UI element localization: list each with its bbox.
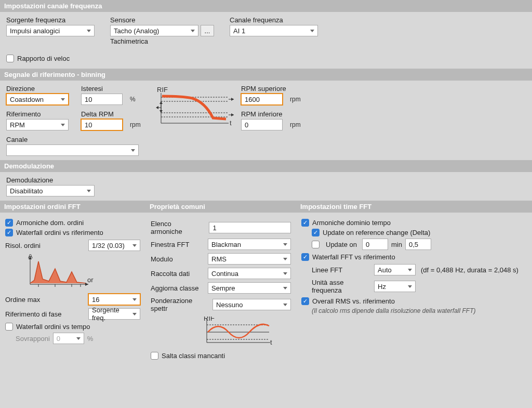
isteresi-unit: % xyxy=(130,96,136,103)
modulo-select[interactable]: RMS xyxy=(208,253,291,265)
order-spectrum-diagram: A ord xyxy=(21,254,140,291)
linee-fft-select[interactable]: Auto xyxy=(374,264,416,275)
timefft-section-header: Impostazioni time FFT xyxy=(296,201,532,213)
canale-frequenza-select[interactable]: AI 1 xyxy=(230,25,318,36)
waterfall-ordini-tempo-label: Waterfall ordini vs tempo xyxy=(16,323,90,331)
ref-section-header: Segnale di riferimento - binning xyxy=(0,69,532,81)
demod-label: Demodulazione xyxy=(6,176,526,184)
aggiorna-classe-select[interactable]: Sempre xyxy=(208,282,291,294)
demod-section-body: Demodulazione Disabilitato xyxy=(0,172,532,201)
sovrapponi-label: Sovrapponi xyxy=(16,335,50,343)
riferimento-select[interactable]: RPM xyxy=(6,119,69,130)
delta-rpm-label: Delta RPM xyxy=(81,110,149,118)
sorgente-frequenza-select[interactable]: Impulsi analogici xyxy=(6,25,95,36)
armoniche-ordini-checkbox[interactable] xyxy=(5,219,13,227)
sensore-label: Sensore xyxy=(110,16,214,24)
linee-fft-label: Linee FFT xyxy=(312,266,369,274)
salta-classi-checkbox[interactable] xyxy=(151,352,158,360)
sovrapponi-unit: % xyxy=(87,335,94,343)
ordfft-pane: Armoniche dom. ordini Waterfall ordini v… xyxy=(0,213,145,366)
svg-marker-11 xyxy=(231,113,234,116)
svg-marker-9 xyxy=(231,98,234,101)
rpm-superiore-label: RPM superiore xyxy=(241,85,324,93)
canale-frequenza-label: Canale frequenza xyxy=(230,16,318,24)
update-ref-checkbox[interactable] xyxy=(312,229,320,236)
sensore-browse-button[interactable]: ... xyxy=(201,25,214,36)
waterfall-ordini-rif-checkbox[interactable] xyxy=(5,229,13,236)
canale-select[interactable] xyxy=(6,144,139,156)
raccolta-dati-select[interactable]: Continua xyxy=(208,268,291,279)
elenco-armoniche-label: Elenco armoniche xyxy=(151,220,204,235)
riferimento-label: Riferimento xyxy=(6,110,74,118)
svg-marker-15 xyxy=(159,101,163,104)
rpm-inferiore-unit: rpm xyxy=(290,121,301,128)
sorgente-frequenza-label: Sorgente frequenza xyxy=(6,16,95,24)
coastdown-diagram: RIF t xyxy=(156,87,234,128)
overall-rms-checkbox[interactable] xyxy=(301,297,309,305)
common-section-header: Proprietà comuni xyxy=(145,201,296,213)
linee-fft-note: (df = 0,488 Hz, durata = 2,048 s) xyxy=(421,266,518,274)
delta-rpm-unit: rpm xyxy=(130,121,141,128)
isteresi-input[interactable]: 10 xyxy=(81,94,123,105)
delta-rpm-input[interactable]: 10 xyxy=(81,119,123,130)
overall-rms-note: (Il calcolo rms dipende dalla risoluzion… xyxy=(312,307,527,314)
rif-fase-select[interactable]: Sorgente freq. xyxy=(88,308,140,320)
ordine-max-select[interactable]: 16 xyxy=(88,294,140,305)
waterfall-fft-rif-label: Waterfall FFT vs riferimento xyxy=(312,253,395,261)
unita-asse-select[interactable]: Hz xyxy=(374,281,416,292)
waterfall-fft-rif-checkbox[interactable] xyxy=(301,253,309,261)
armoniche-ordini-label: Armoniche dom. ordini xyxy=(16,219,84,227)
svg-text:t: t xyxy=(270,338,272,346)
direzione-select[interactable]: Coastdown xyxy=(6,94,69,105)
finestra-fft-select[interactable]: Blackman xyxy=(208,239,291,250)
elenco-armoniche-input[interactable]: 1 xyxy=(209,222,291,233)
ordine-max-label: Ordine max xyxy=(5,296,40,304)
rpm-inferiore-input[interactable]: 0 xyxy=(241,119,283,130)
sovrapponi-select: 0 xyxy=(53,333,84,344)
raccolta-dati-label: Raccolta dati xyxy=(151,270,190,278)
ponderazione-label: Ponderazione spettr xyxy=(151,297,207,312)
svg-text:ord: ord xyxy=(87,276,94,284)
sine-diagram: RIF t xyxy=(203,317,291,348)
update-on-value2[interactable]: 0,5 xyxy=(405,239,431,250)
common-pane: Elenco armoniche 1 Finestra FFT Blackman… xyxy=(145,213,296,366)
armoniche-tempo-checkbox[interactable] xyxy=(301,219,309,227)
freq-section-body: Sorgente frequenza Impulsi analogici Sen… xyxy=(0,12,532,69)
ponderazione-select[interactable]: Nessuno xyxy=(212,299,291,310)
direzione-label: Direzione xyxy=(6,85,74,93)
isteresi-label: Isteresi xyxy=(81,85,149,93)
freq-section-header: Impostazioni canale frequenza xyxy=(0,0,532,12)
risol-ordini-label: Risol. ordini xyxy=(5,242,41,249)
rapporto-velocita-label: Rapporto di veloc xyxy=(17,55,70,62)
rif-fase-label: Riferimento di fase xyxy=(5,310,61,318)
salta-classi-label: Salta classi mancanti xyxy=(162,352,225,360)
waterfall-ordini-rif-label: Waterfall ordini vs riferimento xyxy=(16,229,103,236)
aggiorna-classe-label: Aggiorna classe xyxy=(151,284,199,292)
rpm-superiore-unit: rpm xyxy=(290,96,301,103)
svg-text:t: t xyxy=(230,119,232,127)
rpm-inferiore-label: RPM inferiore xyxy=(241,110,324,118)
rpm-superiore-input[interactable]: 1600 xyxy=(241,94,283,105)
svg-text:RIF: RIF xyxy=(157,87,168,94)
sensore-select[interactable]: Tacho (Analog) xyxy=(110,25,198,36)
unita-asse-label: Unità asse frequenza xyxy=(312,279,369,294)
update-on-unit: min xyxy=(391,241,402,248)
armoniche-tempo-label: Armoniche dominio tempo xyxy=(312,219,391,227)
risol-ordini-select[interactable]: 1/32 (0.03) xyxy=(88,240,140,251)
waterfall-ordini-tempo-checkbox[interactable] xyxy=(5,323,13,331)
ordfft-section-header: Impostazioni ordini FFT xyxy=(0,201,145,213)
overall-rms-label: Overall RMS vs. riferimento xyxy=(312,297,395,305)
update-on-checkbox[interactable] xyxy=(312,241,320,248)
update-ref-label: Update on reference change (Delta) xyxy=(323,229,430,236)
update-on-label: Update on xyxy=(326,241,357,248)
rapporto-velocita-checkbox[interactable] xyxy=(6,55,14,62)
ref-section-body: Direzione Coastdown Riferimento RPM Iste… xyxy=(0,81,532,160)
canale-label: Canale xyxy=(6,136,526,143)
finestra-fft-label: Finestra FFT xyxy=(151,241,189,248)
timefft-pane: Armoniche dominio tempo Update on refere… xyxy=(296,213,532,366)
demod-select[interactable]: Disabilitato xyxy=(6,185,95,196)
modulo-label: Modulo xyxy=(151,255,173,263)
demod-section-header: Demodulazione xyxy=(0,160,532,172)
update-on-value1[interactable]: 0 xyxy=(362,239,388,250)
svg-marker-13 xyxy=(156,106,158,109)
